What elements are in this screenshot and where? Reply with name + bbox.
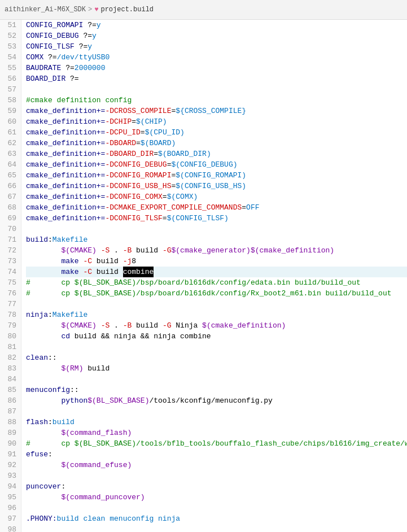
line-number: 98 [0,524,21,532]
line-number: 61 [0,127,21,138]
sdk-link[interactable]: aithinker_Ai-M6X_SDK [5,6,86,14]
line-number: 60 [0,116,21,127]
line-number: 74 [0,267,21,277]
code-line: CONFIG_TLSF ?=y [26,41,407,52]
code-line: # cp $(BL_SDK_BASE)/tools/bflb_tools/bou… [26,438,407,449]
code-line [26,470,407,481]
code-line: cmake_definition+= -DCHIP=$(CHIP) [26,116,407,127]
code-line: efuse: [26,449,407,460]
code-line [26,406,407,417]
line-number: 52 [0,30,21,41]
code-line: $(command_puncover) [26,492,407,503]
code-line: python $(BL_SDK_BASE)/tools/kconfig/menu… [26,395,407,406]
code-line: $(CMAKE) -S . -B build -G $(cmake_genera… [26,245,407,256]
code-line: $(CMAKE) -S . -B build -G Ninja $(cmake_… [26,320,407,331]
line-number: 90 [0,438,21,449]
code-line: build:Makefile [26,234,407,245]
line-number: 58 [0,95,21,106]
line-number: 59 [0,106,21,116]
code-line: cmake_definition+= -DBOARD_DIR=$(BOARD_D… [26,149,407,159]
code-line: cmake_definition+= -DCONFIG_USB_HS=$(CON… [26,181,407,191]
line-number: 89 [0,428,21,438]
breadcrumb-heart: ♥ [94,6,98,14]
code-line [26,224,407,234]
line-number: 83 [0,363,21,374]
breadcrumb: aithinker_Ai-M6X_SDK > ♥ project.build [5,6,154,14]
code-line: cd build && ninja && ninja combine [26,331,407,342]
code-line: CONFIG_ROMAPI ?=y [26,20,407,30]
code-line: clean:: [26,352,407,363]
line-number: 70 [0,224,21,234]
line-number: 87 [0,406,21,417]
line-number: 67 [0,191,21,202]
line-number: 78 [0,309,21,320]
code-line: ninja:Makefile [26,309,407,320]
line-number: 72 [0,245,21,256]
line-number: 82 [0,352,21,363]
code-line: CONFIG_DEBUG ?=y [26,30,407,41]
line-number: 96 [0,503,21,513]
code-line: BOARD_DIR ?= [26,73,407,84]
code-line: BAUDRATE ?=2000000 [26,63,407,73]
code-line: COMX ?=/dev/ttyUSB0 [26,52,407,63]
line-number: 56 [0,73,21,84]
code-line: $(command_flash) [26,428,407,438]
line-number: 97 [0,513,21,524]
code-area[interactable]: CONFIG_ROMAPI ?=yCONFIG_DEBUG ?=yCONFIG_… [21,20,407,532]
line-number: 79 [0,320,21,331]
line-number: 54 [0,52,21,63]
line-number: 76 [0,288,21,299]
line-number: 92 [0,460,21,470]
code-line: # cp $(BL_SDK_BASE)/bsp/board/bl616dk/co… [26,277,407,288]
code-line: flash:build [26,417,407,428]
code-line: cmake_definition+= -DCONFIG_TLSF=$(CONFI… [26,213,407,224]
line-number: 57 [0,84,21,95]
code-line [26,342,407,352]
line-number: 66 [0,181,21,191]
editor-container: 5152535455565758596061626364656667686970… [0,20,407,532]
code-line: cmake_definition+= -DBOARD=$(BOARD) [26,138,407,149]
line-number: 71 [0,234,21,245]
line-number: 94 [0,481,21,492]
breadcrumb-current: project.build [100,6,154,14]
code-line: $(RM) build [26,363,407,374]
line-number: 80 [0,331,21,342]
code-line: cmake_definition+= -DCMAKE_EXPORT_COMPIL… [26,202,407,213]
line-number: 62 [0,138,21,149]
line-number: 53 [0,41,21,52]
code-line: cmake_definition+= -DCONFIG_DEBUG=$(CONF… [26,159,407,170]
code-line: cmake_definition+= -DCONFIG_COMX=$(COMX) [26,191,407,202]
code-line: make -C build -j8 [26,256,407,267]
code-line [26,503,407,513]
code-line: puncover: [26,481,407,492]
code-line [26,299,407,309]
line-number: 86 [0,395,21,406]
code-line: menuconfig:: [26,385,407,395]
line-number: 69 [0,213,21,224]
line-number: 75 [0,277,21,288]
code-line: cmake_definition+= -DCONFIG_ROMAPI=$(CON… [26,170,407,181]
line-number: 68 [0,202,21,213]
line-number: 77 [0,299,21,309]
line-number: 95 [0,492,21,503]
line-number: 63 [0,149,21,159]
line-number: 55 [0,63,21,73]
line-number: 85 [0,385,21,395]
code-line: cmake_definition+= -DCPU_ID=$(CPU_ID) [26,127,407,138]
breadcrumb-sep: > [88,6,92,14]
code-line [26,374,407,385]
line-number: 88 [0,417,21,428]
code-line: $(command_efuse) [26,460,407,470]
line-number: 73 [0,256,21,267]
line-number: 91 [0,449,21,460]
line-number: 65 [0,170,21,181]
line-number: 93 [0,470,21,481]
code-line: make -C build combine [26,267,407,277]
code-line [26,84,407,95]
line-number: 51 [0,20,21,30]
code-line [26,524,407,532]
code-line: cmake_definition+= -DCROSS_COMPILE=${CRO… [26,106,407,116]
line-numbers: 5152535455565758596061626364656667686970… [0,20,21,532]
code-line: .PHONY:build clean menuconfig ninja [26,513,407,524]
code-line: #cmake definition config [26,95,407,106]
